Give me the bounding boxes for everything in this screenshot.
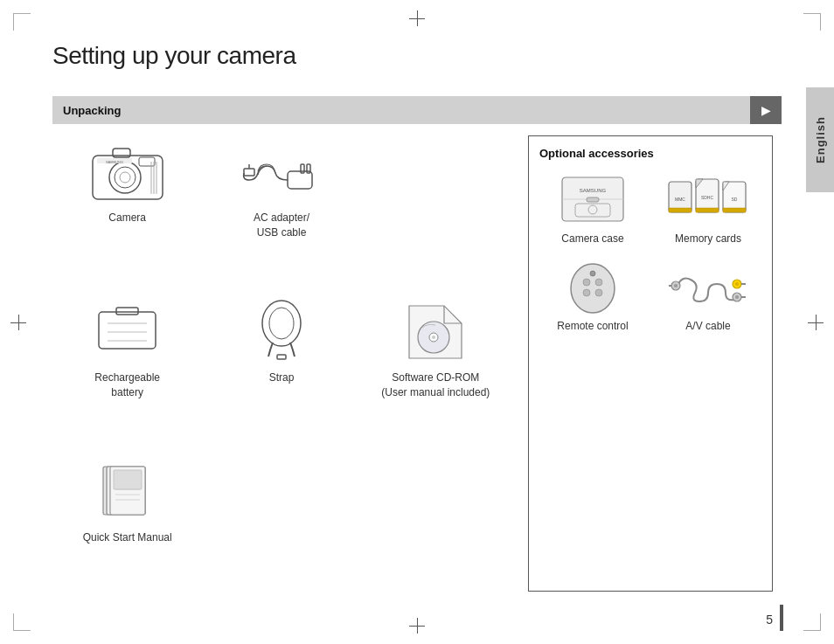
cd-rom-label: Software CD-ROM(User manual included) bbox=[381, 370, 490, 400]
svg-point-56 bbox=[590, 271, 595, 276]
svg-point-55 bbox=[595, 289, 602, 296]
cd-rom-icon bbox=[392, 295, 479, 365]
svg-rect-47 bbox=[696, 208, 719, 212]
accessory-camera-case: SAMSUNG Camera case bbox=[539, 170, 646, 245]
svg-rect-5 bbox=[139, 157, 155, 166]
quick-start-label: Quick Start Manual bbox=[83, 530, 172, 545]
svg-text:MMC: MMC bbox=[675, 197, 685, 202]
svg-point-61 bbox=[735, 295, 739, 299]
item-strap: Strap bbox=[206, 295, 356, 385]
item-camera: SAMSUNG Camera bbox=[52, 135, 202, 225]
page-number: 5 bbox=[766, 613, 773, 627]
section-bar-arrow: ▶ bbox=[750, 96, 782, 124]
accessory-av-cable: A/V cable bbox=[655, 258, 761, 332]
svg-point-58 bbox=[674, 284, 678, 287]
svg-point-2 bbox=[115, 167, 136, 188]
remote-control-label: Remote control bbox=[557, 320, 628, 332]
crosshair-bottom bbox=[409, 618, 425, 634]
svg-point-54 bbox=[583, 289, 590, 296]
crosshair-left bbox=[10, 315, 26, 330]
accessory-memory-cards: MMC SDHC SD Memory bbox=[655, 170, 761, 245]
svg-point-1 bbox=[109, 162, 141, 193]
svg-point-64 bbox=[735, 282, 739, 286]
svg-point-52 bbox=[583, 279, 590, 286]
memory-cards-icon: MMC SDHC SD bbox=[664, 170, 752, 227]
memory-cards-label: Memory cards bbox=[675, 232, 741, 245]
strap-label: Strap bbox=[269, 370, 295, 385]
svg-rect-44 bbox=[669, 208, 692, 212]
crosshair-right bbox=[808, 315, 824, 330]
quick-start-icon bbox=[84, 455, 171, 525]
svg-point-22 bbox=[269, 308, 294, 339]
svg-rect-14 bbox=[244, 169, 254, 176]
item-cd-rom: Software CD-ROM(User manual included) bbox=[361, 295, 511, 400]
accessories-box: Optional accessories SAMSUNG bbox=[528, 135, 773, 592]
language-tab-label: English bbox=[814, 116, 827, 163]
corner-br bbox=[803, 613, 821, 631]
section-bar-label: Unpacking bbox=[63, 104, 121, 117]
camera-icon: SAMSUNG bbox=[84, 135, 171, 205]
svg-point-3 bbox=[120, 172, 130, 183]
page-number-bar bbox=[780, 605, 783, 631]
item-ac-adapter: AC adapter/USB cable bbox=[206, 135, 356, 240]
camera-label: Camera bbox=[108, 211, 146, 225]
svg-text:SAMSUNG: SAMSUNG bbox=[106, 160, 123, 164]
corner-bl bbox=[13, 613, 31, 631]
svg-rect-35 bbox=[114, 470, 142, 489]
item-battery: Rechargeablebattery bbox=[52, 295, 202, 400]
svg-rect-41 bbox=[587, 197, 599, 202]
item-quick-start: Quick Start Manual bbox=[52, 455, 202, 545]
language-tab: English bbox=[806, 87, 834, 192]
svg-rect-50 bbox=[723, 208, 746, 212]
section-bar: Unpacking ▶ bbox=[52, 96, 782, 124]
camera-case-icon: SAMSUNG bbox=[549, 170, 636, 227]
svg-rect-11 bbox=[288, 171, 312, 189]
battery-label: Rechargeablebattery bbox=[94, 370, 160, 400]
svg-text:SAMSUNG: SAMSUNG bbox=[580, 188, 607, 193]
ac-adapter-icon bbox=[238, 135, 325, 205]
accessories-title: Optional accessories bbox=[539, 147, 761, 160]
svg-text:SD: SD bbox=[732, 197, 738, 202]
crosshair-top bbox=[409, 10, 425, 26]
svg-point-53 bbox=[595, 279, 602, 286]
camera-case-label: Camera case bbox=[561, 232, 623, 245]
corner-tr bbox=[803, 13, 821, 31]
svg-point-26 bbox=[432, 336, 435, 339]
svg-rect-17 bbox=[116, 308, 138, 315]
remote-control-icon bbox=[549, 258, 636, 315]
av-cable-label: A/V cable bbox=[685, 320, 730, 332]
ac-adapter-label: AC adapter/USB cable bbox=[254, 211, 309, 240]
av-cable-icon bbox=[664, 258, 752, 315]
svg-rect-16 bbox=[99, 312, 156, 349]
battery-icon bbox=[84, 295, 171, 365]
svg-rect-23 bbox=[277, 355, 286, 359]
strap-icon bbox=[238, 295, 325, 365]
page-title: Setting up your camera bbox=[52, 42, 296, 70]
accessories-grid: SAMSUNG Camera case bbox=[539, 170, 761, 332]
main-content: SAMSUNG Camera bbox=[52, 135, 773, 592]
items-grid: SAMSUNG Camera bbox=[52, 135, 511, 592]
corner-tl bbox=[13, 13, 31, 31]
svg-text:SDHC: SDHC bbox=[701, 195, 714, 200]
accessory-remote-control: Remote control bbox=[539, 258, 646, 332]
